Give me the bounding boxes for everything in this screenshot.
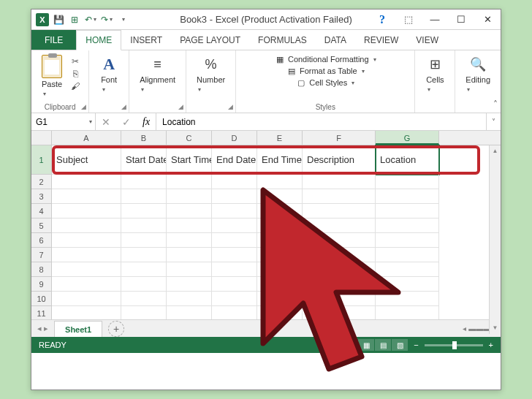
cell[interactable] [303,233,376,248]
cell[interactable] [121,233,167,248]
cell[interactable] [167,189,212,204]
cell[interactable] [212,248,257,262]
cell[interactable] [52,306,121,319]
page-break-button[interactable]: ▧ [392,339,408,351]
row-header-4[interactable]: 4 [31,204,52,218]
row-header-6[interactable]: 6 [31,233,52,248]
cell[interactable] [212,292,257,306]
cell[interactable] [167,306,212,319]
cell[interactable] [376,277,439,292]
format-painter-icon[interactable]: 🖌 [69,81,81,91]
col-header-e[interactable]: E [257,131,303,145]
row-header-10[interactable]: 10 [31,292,52,306]
editing-button[interactable]: 🔍 Editing▾ [463,53,493,95]
format-as-table-button[interactable]: ▤Format as Table ▾ [286,65,365,77]
row-header-8[interactable]: 8 [31,262,52,277]
cancel-formula-icon[interactable]: ✕ [96,116,116,128]
expand-formula-icon[interactable]: ˅ [486,113,501,130]
row-header-3[interactable]: 3 [31,189,52,204]
cell-styles-button[interactable]: ▢Cell Styles ▾ [296,77,354,88]
col-header-d[interactable]: D [212,131,257,145]
cell[interactable] [52,262,121,277]
cell[interactable] [303,277,376,292]
maximize-button[interactable]: ☐ [448,10,474,29]
cell[interactable] [52,292,121,306]
cell[interactable] [257,189,303,204]
font-button[interactable]: A Font▾ [96,53,121,95]
cell[interactable] [376,175,439,189]
cell[interactable] [257,175,303,189]
undo-icon[interactable]: ↶▾ [84,13,97,26]
cell-b1[interactable]: Start Date [121,145,167,175]
cell-e1[interactable]: End Time [257,145,303,175]
conditional-formatting-button[interactable]: ▦Conditional Formatting ▾ [275,53,376,65]
col-header-g[interactable]: G [376,131,439,145]
save-icon[interactable]: 💾 [52,13,65,26]
cell[interactable] [376,248,439,262]
cell[interactable] [121,292,167,306]
cell[interactable] [212,262,257,277]
cell[interactable] [167,204,212,218]
cell[interactable] [376,306,439,319]
cell[interactable] [212,175,257,189]
cell[interactable] [212,233,257,248]
cell[interactable] [212,204,257,218]
collapse-ribbon-icon[interactable]: ˄ [493,99,498,110]
tab-view[interactable]: VIEW [407,30,447,50]
cell[interactable] [52,248,121,262]
cell[interactable] [167,277,212,292]
cell[interactable] [257,262,303,277]
select-all-corner[interactable] [31,131,52,145]
cell[interactable] [121,248,167,262]
cell[interactable] [52,189,121,204]
number-launcher-icon[interactable]: ◢ [228,103,233,110]
copy-icon[interactable]: ⎘ [69,69,81,79]
cell[interactable] [167,248,212,262]
row-header-1[interactable]: 1 [31,145,52,175]
cell[interactable] [52,175,121,189]
cell[interactable] [303,248,376,262]
qat-customize-icon[interactable]: ▾ [116,13,129,26]
cell-a1[interactable]: Subject [52,145,121,175]
cell[interactable] [257,248,303,262]
row-header-9[interactable]: 9 [31,277,52,292]
clipboard-launcher-icon[interactable]: ◢ [81,103,86,110]
alignment-launcher-icon[interactable]: ◢ [178,103,183,110]
cell[interactable] [52,277,121,292]
cells-button[interactable]: ⊞ Cells▾ [422,53,447,95]
cell[interactable] [257,306,303,319]
cell[interactable] [376,189,439,204]
cell[interactable] [376,262,439,277]
number-button[interactable]: % Number▾ [194,53,228,95]
cell[interactable] [167,292,212,306]
close-button[interactable]: ✕ [474,10,501,29]
formula-input[interactable]: Location [156,113,486,130]
tab-insert[interactable]: INSERT [121,30,171,50]
cell[interactable] [257,292,303,306]
cell[interactable] [212,189,257,204]
row-header-2[interactable]: 2 [31,175,52,189]
tab-review[interactable]: REVIEW [355,30,407,50]
cell[interactable] [212,277,257,292]
sheet-nav[interactable]: ◂ ▸ [31,324,54,333]
cell[interactable] [376,218,439,233]
qat-icon[interactable]: ⊞ [68,13,81,26]
help-button[interactable]: ? [369,10,395,29]
cell[interactable] [303,175,376,189]
tab-data[interactable]: DATA [316,30,355,50]
cell[interactable] [121,218,167,233]
cell[interactable] [121,306,167,319]
cell-c1[interactable]: Start Time [167,145,212,175]
cell[interactable] [376,233,439,248]
name-box[interactable]: G1 ▾ [31,113,96,130]
zoom-out-button[interactable]: − [414,341,418,349]
tab-home[interactable]: HOME [76,30,121,50]
cell[interactable] [257,233,303,248]
add-sheet-button[interactable]: + [108,321,124,337]
cell[interactable] [257,277,303,292]
row-header-7[interactable]: 7 [31,248,52,262]
col-header-b[interactable]: B [121,131,167,145]
cell[interactable] [376,204,439,218]
cell[interactable] [257,218,303,233]
enter-formula-icon[interactable]: ✓ [116,116,137,128]
